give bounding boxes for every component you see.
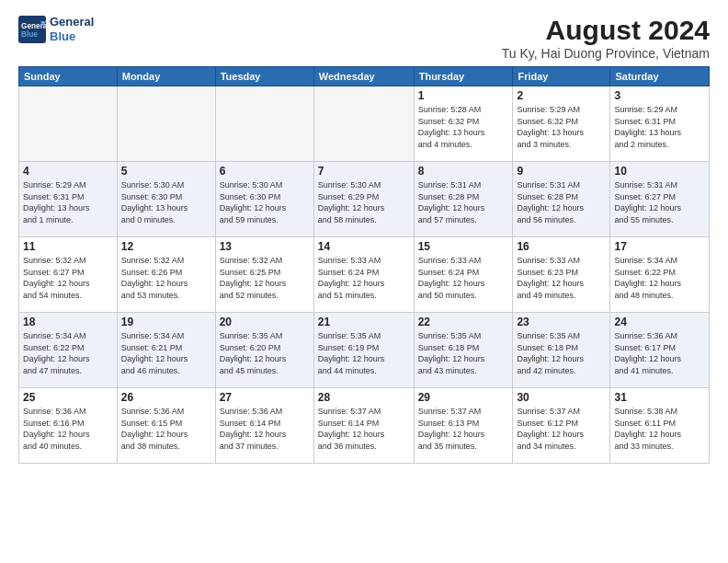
day-number: 15 xyxy=(418,240,509,253)
calendar-cell: 4Sunrise: 5:29 AM Sunset: 6:31 PM Daylig… xyxy=(19,162,118,237)
day-number: 9 xyxy=(517,165,606,178)
day-info: Sunrise: 5:35 AM Sunset: 6:18 PM Dayligh… xyxy=(517,330,606,376)
day-info: Sunrise: 5:31 AM Sunset: 6:27 PM Dayligh… xyxy=(614,179,705,225)
week-row-5: 25Sunrise: 5:36 AM Sunset: 6:16 PM Dayli… xyxy=(19,388,710,464)
day-info: Sunrise: 5:30 AM Sunset: 6:30 PM Dayligh… xyxy=(220,179,310,225)
calendar-cell xyxy=(117,86,215,162)
calendar-cell: 27Sunrise: 5:36 AM Sunset: 6:14 PM Dayli… xyxy=(215,388,313,464)
day-number: 19 xyxy=(121,316,211,328)
calendar-subtitle: Tu Ky, Hai Duong Province, Vietnam xyxy=(502,46,710,61)
day-number: 23 xyxy=(517,316,606,328)
calendar-cell: 12Sunrise: 5:32 AM Sunset: 6:26 PM Dayli… xyxy=(117,237,215,313)
day-info: Sunrise: 5:34 AM Sunset: 6:22 PM Dayligh… xyxy=(614,255,705,301)
weekday-header-thursday: Thursday xyxy=(414,67,513,86)
day-number: 4 xyxy=(23,165,113,178)
day-number: 22 xyxy=(418,316,509,328)
logo-icon: General Blue xyxy=(18,16,46,43)
calendar-cell: 31Sunrise: 5:38 AM Sunset: 6:11 PM Dayli… xyxy=(610,388,710,464)
day-number: 5 xyxy=(121,165,211,178)
day-info: Sunrise: 5:31 AM Sunset: 6:28 PM Dayligh… xyxy=(418,179,509,225)
calendar-cell: 26Sunrise: 5:36 AM Sunset: 6:15 PM Dayli… xyxy=(117,388,215,464)
header: General Blue General Blue August 2024 Tu… xyxy=(18,15,710,61)
day-info: Sunrise: 5:29 AM Sunset: 6:32 PM Dayligh… xyxy=(517,104,606,150)
day-info: Sunrise: 5:32 AM Sunset: 6:25 PM Dayligh… xyxy=(220,255,310,301)
calendar-cell: 11Sunrise: 5:32 AM Sunset: 6:27 PM Dayli… xyxy=(19,237,118,313)
day-number: 1 xyxy=(418,89,509,102)
calendar-cell: 25Sunrise: 5:36 AM Sunset: 6:16 PM Dayli… xyxy=(19,388,118,464)
day-number: 8 xyxy=(418,165,509,178)
day-info: Sunrise: 5:30 AM Sunset: 6:29 PM Dayligh… xyxy=(318,179,410,225)
day-info: Sunrise: 5:33 AM Sunset: 6:23 PM Dayligh… xyxy=(517,255,606,301)
day-info: Sunrise: 5:33 AM Sunset: 6:24 PM Dayligh… xyxy=(418,255,509,301)
day-info: Sunrise: 5:35 AM Sunset: 6:18 PM Dayligh… xyxy=(418,330,509,376)
calendar-cell xyxy=(19,86,118,162)
day-info: Sunrise: 5:38 AM Sunset: 6:11 PM Dayligh… xyxy=(614,406,705,452)
day-info: Sunrise: 5:36 AM Sunset: 6:14 PM Dayligh… xyxy=(220,406,310,452)
day-info: Sunrise: 5:35 AM Sunset: 6:20 PM Dayligh… xyxy=(220,330,310,376)
logo: General Blue General Blue xyxy=(18,15,94,43)
day-number: 25 xyxy=(23,391,113,404)
day-number: 21 xyxy=(318,316,410,328)
day-number: 11 xyxy=(23,240,113,253)
calendar-cell: 29Sunrise: 5:37 AM Sunset: 6:13 PM Dayli… xyxy=(414,388,513,464)
day-info: Sunrise: 5:29 AM Sunset: 6:31 PM Dayligh… xyxy=(23,179,113,225)
calendar-cell: 3Sunrise: 5:29 AM Sunset: 6:31 PM Daylig… xyxy=(610,86,710,162)
day-info: Sunrise: 5:34 AM Sunset: 6:21 PM Dayligh… xyxy=(121,330,211,376)
day-info: Sunrise: 5:34 AM Sunset: 6:22 PM Dayligh… xyxy=(23,330,113,376)
weekday-header-row: SundayMondayTuesdayWednesdayThursdayFrid… xyxy=(19,67,710,86)
calendar-cell: 2Sunrise: 5:29 AM Sunset: 6:32 PM Daylig… xyxy=(513,86,610,162)
calendar-cell: 22Sunrise: 5:35 AM Sunset: 6:18 PM Dayli… xyxy=(414,313,513,388)
weekday-header-friday: Friday xyxy=(513,67,610,86)
calendar-cell: 30Sunrise: 5:37 AM Sunset: 6:12 PM Dayli… xyxy=(513,388,610,464)
day-number: 20 xyxy=(220,316,310,328)
calendar-cell: 1Sunrise: 5:28 AM Sunset: 6:32 PM Daylig… xyxy=(414,86,513,162)
day-info: Sunrise: 5:37 AM Sunset: 6:13 PM Dayligh… xyxy=(418,406,509,452)
day-number: 6 xyxy=(220,165,310,178)
day-info: Sunrise: 5:32 AM Sunset: 6:27 PM Dayligh… xyxy=(23,255,113,301)
day-info: Sunrise: 5:29 AM Sunset: 6:31 PM Dayligh… xyxy=(614,104,705,150)
day-number: 3 xyxy=(614,89,705,102)
calendar-table: SundayMondayTuesdayWednesdayThursdayFrid… xyxy=(18,66,710,464)
day-number: 17 xyxy=(614,240,705,253)
weekday-header-sunday: Sunday xyxy=(19,67,118,86)
calendar-cell xyxy=(313,86,414,162)
day-number: 28 xyxy=(318,391,410,404)
week-row-1: 1Sunrise: 5:28 AM Sunset: 6:32 PM Daylig… xyxy=(19,86,710,162)
calendar-cell: 13Sunrise: 5:32 AM Sunset: 6:25 PM Dayli… xyxy=(215,237,313,313)
calendar-cell: 21Sunrise: 5:35 AM Sunset: 6:19 PM Dayli… xyxy=(313,313,414,388)
calendar-cell: 8Sunrise: 5:31 AM Sunset: 6:28 PM Daylig… xyxy=(414,162,513,237)
calendar-cell: 23Sunrise: 5:35 AM Sunset: 6:18 PM Dayli… xyxy=(513,313,610,388)
weekday-header-tuesday: Tuesday xyxy=(215,67,313,86)
calendar-cell: 14Sunrise: 5:33 AM Sunset: 6:24 PM Dayli… xyxy=(313,237,414,313)
day-number: 24 xyxy=(614,316,705,328)
day-number: 26 xyxy=(121,391,211,404)
calendar-cell: 16Sunrise: 5:33 AM Sunset: 6:23 PM Dayli… xyxy=(513,237,610,313)
day-info: Sunrise: 5:33 AM Sunset: 6:24 PM Dayligh… xyxy=(318,255,410,301)
calendar-cell: 7Sunrise: 5:30 AM Sunset: 6:29 PM Daylig… xyxy=(313,162,414,237)
calendar-title: August 2024 xyxy=(502,15,710,46)
day-number: 14 xyxy=(318,240,410,253)
day-info: Sunrise: 5:37 AM Sunset: 6:14 PM Dayligh… xyxy=(318,406,410,452)
day-number: 29 xyxy=(418,391,509,404)
day-info: Sunrise: 5:30 AM Sunset: 6:30 PM Dayligh… xyxy=(121,179,211,225)
day-number: 7 xyxy=(318,165,410,178)
day-number: 10 xyxy=(614,165,705,178)
week-row-2: 4Sunrise: 5:29 AM Sunset: 6:31 PM Daylig… xyxy=(19,162,710,237)
calendar-cell: 9Sunrise: 5:31 AM Sunset: 6:28 PM Daylig… xyxy=(513,162,610,237)
weekday-header-saturday: Saturday xyxy=(610,67,710,86)
day-info: Sunrise: 5:35 AM Sunset: 6:19 PM Dayligh… xyxy=(318,330,410,376)
weekday-header-monday: Monday xyxy=(117,67,215,86)
logo-text-general: General xyxy=(50,15,94,29)
calendar-cell: 28Sunrise: 5:37 AM Sunset: 6:14 PM Dayli… xyxy=(313,388,414,464)
logo-text-blue: Blue xyxy=(50,29,94,44)
page: General Blue General Blue August 2024 Tu… xyxy=(0,0,728,563)
day-number: 30 xyxy=(517,391,606,404)
day-number: 16 xyxy=(517,240,606,253)
calendar-cell: 24Sunrise: 5:36 AM Sunset: 6:17 PM Dayli… xyxy=(610,313,710,388)
day-info: Sunrise: 5:37 AM Sunset: 6:12 PM Dayligh… xyxy=(517,406,606,452)
calendar-cell: 19Sunrise: 5:34 AM Sunset: 6:21 PM Dayli… xyxy=(117,313,215,388)
calendar-cell: 20Sunrise: 5:35 AM Sunset: 6:20 PM Dayli… xyxy=(215,313,313,388)
day-number: 13 xyxy=(220,240,310,253)
weekday-header-wednesday: Wednesday xyxy=(313,67,414,86)
svg-text:Blue: Blue xyxy=(21,29,38,38)
